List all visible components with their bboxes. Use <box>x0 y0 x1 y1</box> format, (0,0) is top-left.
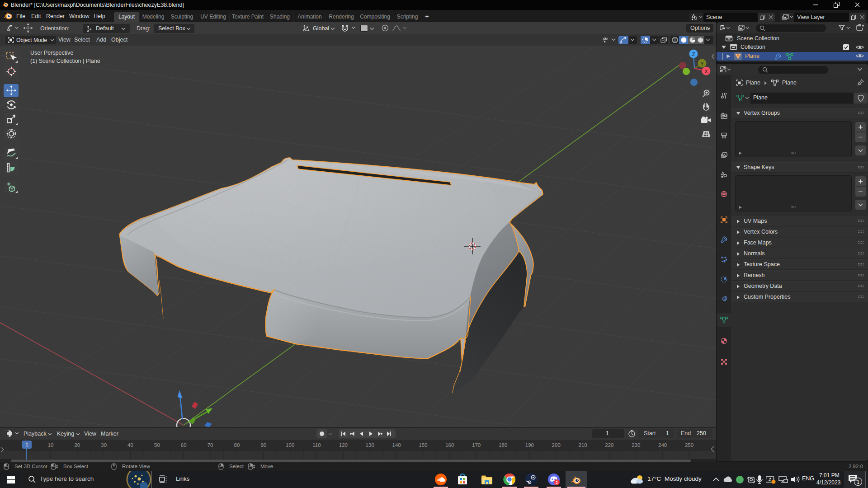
svg-text:200: 200 <box>552 442 561 448</box>
svg-text:40: 40 <box>127 442 133 448</box>
svg-text:60: 60 <box>181 442 187 448</box>
svg-text:110: 110 <box>312 442 321 448</box>
svg-text:170: 170 <box>472 442 481 448</box>
svg-text:100: 100 <box>286 442 294 448</box>
svg-text:X: X <box>704 69 708 74</box>
svg-text:250: 250 <box>685 442 693 448</box>
svg-text:1: 1 <box>857 479 860 485</box>
svg-text:120: 120 <box>339 442 348 448</box>
svg-text:10: 10 <box>48 442 54 448</box>
svg-text:30: 30 <box>101 442 107 448</box>
svg-text:50: 50 <box>154 442 160 448</box>
svg-text:160: 160 <box>445 442 454 448</box>
svg-text:130: 130 <box>366 442 374 448</box>
svg-text:User Perspective: User Perspective <box>30 50 73 56</box>
svg-text:190: 190 <box>525 442 534 448</box>
svg-text:(1) Scene Collection | Plane: (1) Scene Collection | Plane <box>30 58 100 64</box>
svg-text:80: 80 <box>234 442 240 448</box>
svg-text:2: 2 <box>556 480 558 485</box>
svg-text:240: 240 <box>658 442 667 448</box>
svg-text:210: 210 <box>579 442 587 448</box>
svg-text:90: 90 <box>260 442 266 448</box>
svg-text:Y: Y <box>700 61 704 66</box>
svg-text:220: 220 <box>605 442 613 448</box>
svg-text:180: 180 <box>499 442 507 448</box>
svg-text:20: 20 <box>74 442 80 448</box>
svg-text:230: 230 <box>632 442 640 448</box>
svg-text:70: 70 <box>208 442 213 448</box>
svg-text:Z: Z <box>692 52 695 57</box>
svg-text:150: 150 <box>419 442 427 448</box>
svg-text:140: 140 <box>392 442 401 448</box>
